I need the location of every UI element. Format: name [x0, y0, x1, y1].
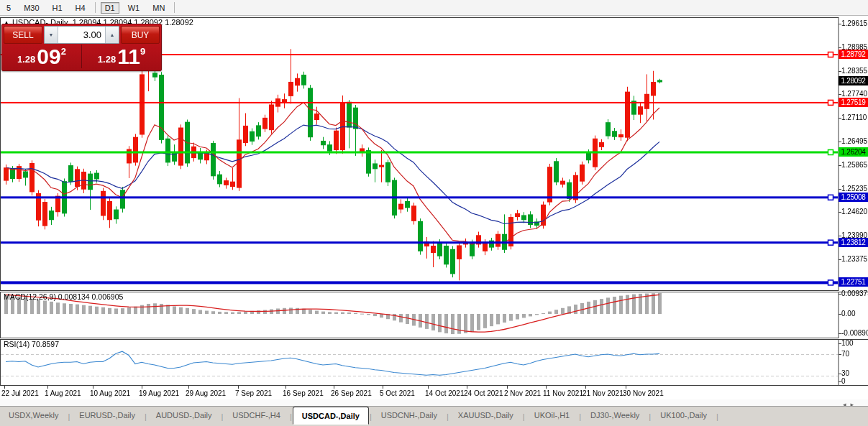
timeframe-button-D1[interactable]: D1 [101, 2, 119, 14]
price-level-tag: 1.26204 [839, 147, 868, 157]
price-axis-label: 1.23375 [841, 255, 867, 263]
date-label: 5 Oct 2021 [380, 389, 415, 397]
date-label: 19 Aug 2021 [139, 389, 179, 397]
sell-button[interactable]: SELL [4, 26, 42, 44]
date-label: 10 Aug 2021 [90, 389, 130, 397]
date-label: 2 Nov 2021 [504, 389, 541, 397]
sell-price-display[interactable]: 1.28 09 2 [2, 45, 82, 68]
indicator-axis-label: 0.009373 [841, 290, 868, 297]
tab-separator: | [716, 412, 719, 421]
buy-price-point: 9 [140, 46, 145, 57]
chart-tab-audusd-daily[interactable]: AUDUSD-,Daily [147, 407, 221, 424]
indicator-axis-label: 0.00 [841, 310, 855, 318]
price-axis-label: 1.27740 [841, 90, 867, 98]
timeframe-button-5[interactable]: 5 [2, 2, 15, 14]
macd-indicator-label: MACD(12,26,9) 0.008134 0.006905 [4, 292, 123, 301]
buy-price-display[interactable]: 1.28 11 9 [82, 45, 161, 68]
price-level-tag: 1.25008 [839, 193, 868, 202]
date-label: 24 Oct 2021 [464, 389, 503, 397]
price-axis-label: 1.24620 [841, 208, 867, 216]
chart-tab-usdx-weekly[interactable]: USDX,Weekly [0, 407, 67, 424]
indicator-axis-label: 100 [841, 339, 854, 347]
chart-tab-ukoil-h1[interactable]: UKOil-,H1 [526, 407, 579, 424]
date-label: 21 Nov 2021 [583, 389, 623, 397]
date-label: 1 Aug 2021 [45, 389, 81, 397]
date-label: 22 Jul 2021 [1, 389, 39, 397]
volume-input[interactable]: 3.00 [58, 27, 105, 43]
chart-tab-bar: USDX,Weekly|EURUSD-,Daily|AUDUSD-,Daily|… [0, 406, 868, 426]
price-axis-label: 1.25865 [841, 161, 867, 169]
timeframe-button-H4[interactable]: H4 [71, 2, 90, 14]
one-click-trading-panel: SELL ▼ 3.00 ▲ BUY 1.28 09 2 1.28 11 9 [1, 24, 162, 71]
price-level-tag: 1.22751 [839, 277, 868, 287]
chevron-up-icon: ▲ [110, 32, 115, 37]
volume-increase-button[interactable]: ▲ [105, 27, 119, 43]
sell-price-point: 2 [61, 46, 66, 57]
timeframe-button-W1[interactable]: W1 [124, 2, 145, 14]
chart-tab-usdcnh-daily[interactable]: USDCNH-,Daily [373, 407, 446, 424]
chevron-down-icon: ▼ [49, 32, 54, 37]
date-label: 7 Sep 2021 [235, 389, 272, 397]
price-axis-label: 1.29615 [841, 19, 867, 27]
tab-scroll-strip [0, 399, 868, 406]
timeframe-button-M30[interactable]: M30 [19, 2, 43, 14]
timeframe-toolbar: 5M30H1H4D1W1MN [0, 0, 868, 16]
chart-tab-dj30-weekly[interactable]: DJ30-,Weekly [582, 407, 648, 424]
price-level-tag: 1.23812 [839, 238, 868, 247]
indicator-axis-label: 70 [841, 350, 849, 358]
sell-price-pips: 09 [37, 46, 60, 68]
volume-decrease-button[interactable]: ▼ [45, 27, 58, 43]
toolbar-separator [95, 2, 96, 13]
chart-tab-xauusd-daily[interactable]: XAUUSD-,Daily [449, 407, 522, 424]
mt4-window: 5M30H1H4D1W1MN ▲USDCAD-,Daily 1.28094 1.… [0, 0, 868, 426]
chart-tab-uk100-daily[interactable]: UK100-,Daily [652, 407, 716, 424]
buy-price-prefix: 1.28 [98, 54, 116, 65]
chart-tab-usdcad-daily[interactable]: USDCAD-,Daily [293, 407, 369, 425]
price-axis-label: 1.26495 [841, 137, 867, 145]
price-axis-label: 1.27110 [841, 114, 867, 121]
price-level-tag: 1.28092 [839, 76, 868, 85]
date-label: 11 Nov 2021 [543, 389, 583, 397]
date-label: 29 Aug 2021 [186, 389, 226, 397]
buy-price-pips: 11 [117, 46, 140, 68]
indicator-axis-label: 0 [841, 377, 846, 385]
date-label: 16 Sep 2021 [283, 389, 324, 397]
date-label: 26 Sep 2021 [331, 389, 372, 397]
indicator-axis-label: 30 [841, 369, 849, 377]
date-label: 14 Oct 2021 [425, 389, 464, 397]
chart-tab-eurusd-daily[interactable]: EURUSD-,Daily [70, 407, 144, 424]
timeframe-button-H1[interactable]: H1 [48, 2, 67, 14]
timeframe-button-MN[interactable]: MN [148, 2, 169, 14]
rsi-indicator-label: RSI(14) 70.8597 [4, 340, 59, 348]
chart-tab-usdchf-h4[interactable]: USDCHF-,H4 [224, 407, 289, 424]
toolbar-separator [174, 2, 175, 13]
date-label: 30 Nov 2021 [623, 389, 664, 397]
buy-button[interactable]: BUY [121, 26, 160, 44]
price-axis-label: 1.28355 [841, 67, 867, 75]
price-axis-label: 1.25235 [841, 185, 867, 193]
price-level-tag: 1.28792 [839, 50, 868, 59]
volume-stepper: ▼ 3.00 ▲ [44, 26, 119, 44]
price-level-tag: 1.27519 [839, 98, 868, 107]
indicator-axis-label: -0.008903 [841, 329, 868, 337]
sell-price-prefix: 1.28 [17, 54, 35, 65]
